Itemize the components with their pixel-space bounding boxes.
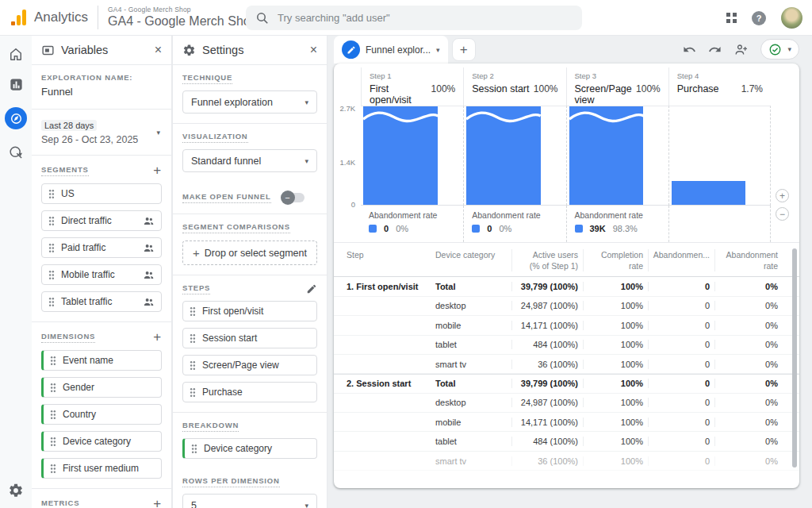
funnel-step-header: Step 4 Purchase1.7% [668,67,771,106]
breakdown-label: BREAKDOWN [182,421,239,432]
search-bar[interactable]: Try searching "add user" [246,6,582,30]
admin-gear-icon[interactable] [8,483,24,498]
funnel-bar[interactable] [466,106,541,205]
chevron-down-icon: ▾ [304,98,308,106]
variables-title: Variables [61,44,148,56]
table-row[interactable]: 2. Session startTotal 39,799 (100%)100% … [334,374,799,393]
chevron-down-icon: ▾ [304,502,308,508]
step-chip[interactable]: Session start [182,328,317,348]
funnel-table: Step Device category Active users(% of S… [334,242,799,471]
add-dimension-icon[interactable]: + [153,330,162,344]
add-metric-icon[interactable]: + [153,497,162,508]
advertising-icon[interactable] [8,144,24,160]
variables-panel: Variables × EXPLORATION NAME: Funnel Las… [32,36,173,508]
funnel-bar[interactable] [672,181,745,205]
share-user-icon[interactable] [733,42,749,57]
drop-segment-target[interactable]: + Drop or select segment [182,241,317,265]
close-settings-icon[interactable]: × [310,43,317,57]
funnel-wave [569,110,644,125]
property-switcher[interactable]: GA4 - Google Merch Shop GA4 - Google Mer… [108,6,258,29]
zoom-out-button[interactable]: − [776,207,789,221]
steps-label: STEPS [182,283,210,294]
dimension-chip[interactable]: Event name [41,350,162,371]
table-row[interactable]: 1. First open/visitTotal 39,799 (100%)10… [334,277,799,296]
tab-funnel-exploration[interactable]: Funnel explor... ▾ [334,36,448,64]
new-tab-button[interactable]: + [452,38,476,61]
dimensions-label: DIMENSIONS [41,332,95,343]
funnel-bar[interactable] [363,106,438,205]
step-chip[interactable]: First open/visit [182,301,317,321]
segment-chip[interactable]: Paid traffic [41,237,162,258]
funnel-wave [363,110,438,125]
drag-handle-icon [48,216,55,226]
funnel-bar[interactable] [569,106,644,205]
undo-icon[interactable] [683,43,696,56]
settings-panel: Settings × TECHNIQUE Funnel exploration … [173,36,327,508]
rows-per-dimension-label: ROWS PER DIMENSION [182,476,280,487]
saved-status-button[interactable]: ▾ [760,39,799,60]
funnel-bar-column[interactable] [361,106,463,206]
chevron-down-icon: ▾ [787,45,791,53]
zoom-in-button[interactable]: + [776,189,789,202]
avatar[interactable] [781,7,802,29]
table-row[interactable]: mobile 14,171 (100%)100% 00% [334,413,799,432]
y-axis: 2.7K 1.4K 0 [334,106,361,206]
drag-handle-icon [190,306,196,317]
date-range-picker[interactable]: Last 28 days Sep 26 - Oct 23, 2025 ▾ [32,110,171,156]
table-row[interactable]: smart tv 36 (100%)100% 00% [334,355,799,374]
exploration-name-value[interactable]: Funnel [41,86,162,98]
reports-icon[interactable] [9,77,24,92]
dimension-chip[interactable]: Gender [41,377,162,398]
drag-handle-icon [48,297,55,307]
abandonment-cell [668,206,771,242]
property-label: GA4 - Google Merch Shop [108,6,258,14]
edit-pencil-icon[interactable] [306,283,317,294]
dimension-chip[interactable]: Device category [41,431,162,452]
segment-chip[interactable]: US [41,183,162,204]
edit-tab-icon [342,40,360,59]
drag-handle-icon [48,189,55,199]
legend-color-swatch [575,225,583,233]
explore-icon[interactable] [5,107,27,129]
step-chip[interactable]: Purchase [182,382,317,402]
dimension-chip[interactable]: First user medium [41,458,162,479]
redo-icon[interactable] [708,43,722,56]
table-row[interactable]: tablet 484 (100%)100% 00% [334,432,799,451]
home-icon[interactable] [8,46,24,62]
property-name: GA4 - Google Merch Shop [108,14,258,29]
funnel-step-header: Step 2 Session start100% [463,67,565,106]
table-row[interactable]: mobile 14,171 (100%)100% 00% [334,316,799,335]
funnel-wave [466,110,541,125]
apps-grid-icon[interactable] [726,13,737,23]
segment-chip[interactable]: Direct traffic [41,210,162,231]
funnel-bar-column[interactable] [463,106,565,206]
dimension-chip[interactable]: Country [41,404,162,425]
open-funnel-toggle[interactable]: − [282,193,304,202]
check-circle-icon [768,43,782,56]
table-row[interactable]: desktop 24,987 (100%)100% 00% [334,297,799,316]
visualization-select[interactable]: Standard funnel ▾ [182,149,317,172]
funnel-bar-column[interactable] [668,106,771,206]
drag-handle-icon [48,243,55,253]
table-scrollbar[interactable] [792,248,797,468]
table-row[interactable]: smart tv 36 (100%)100% 00% [334,452,799,471]
breakdown-chip[interactable]: Device category [182,438,317,459]
rows-per-dimension-select[interactable]: 5 ▾ [182,494,317,508]
close-variables-icon[interactable]: × [155,43,162,57]
date-preset: Last 28 days [41,120,97,131]
step-chip[interactable]: Screen/Page view [182,355,317,375]
table-row[interactable]: tablet 484 (100%)100% 00% [334,336,799,355]
analytics-logo-icon [11,10,27,25]
people-icon [143,269,155,281]
funnel-bar-column[interactable] [566,106,668,206]
help-icon[interactable]: ? [752,11,766,25]
visualization-label: VISUALIZATION [182,132,248,143]
technique-select[interactable]: Funnel exploration ▾ [182,90,317,114]
segment-chip[interactable]: Tablet traffic [41,291,162,312]
add-segment-icon[interactable]: + [153,164,162,177]
settings-title: Settings [202,44,304,56]
segment-chip[interactable]: Mobile traffic [41,264,162,285]
exploration-canvas: Funnel explor... ▾ + ▾ Step 1 First [327,36,812,508]
table-row[interactable]: desktop 24,987 (100%)100% 00% [334,394,799,413]
topbar-divider [98,6,98,29]
